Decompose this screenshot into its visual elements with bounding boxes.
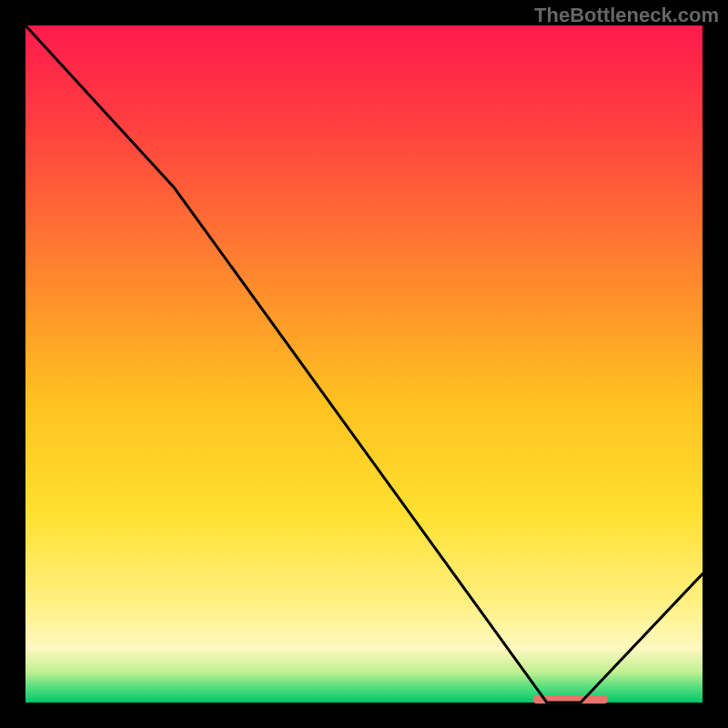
plot-area (25, 25, 703, 703)
watermark-label: TheBottleneck.com (534, 4, 719, 27)
chart-container: TheBottleneck.com (0, 0, 728, 728)
bottleneck-chart (0, 0, 728, 728)
